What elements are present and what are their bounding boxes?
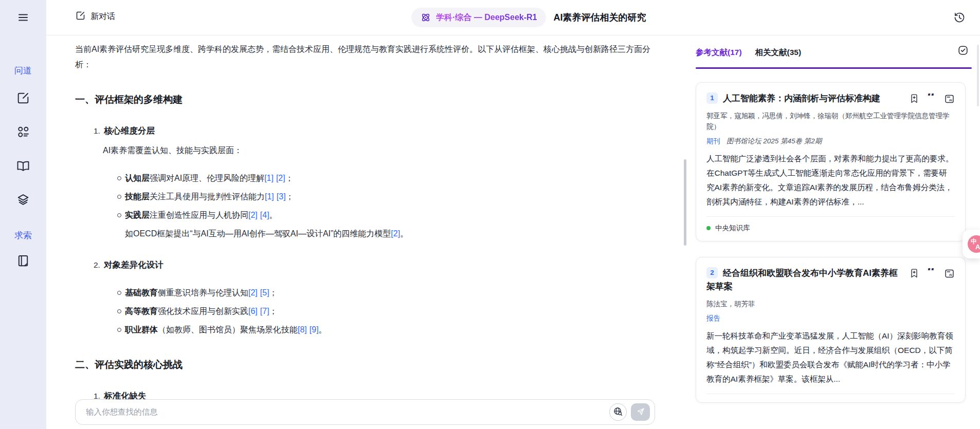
search-input[interactable] <box>85 407 609 417</box>
source-status-dot <box>706 226 711 230</box>
journal-icon-button[interactable] <box>15 254 31 269</box>
bullet-list: 认知层强调对AI原理、伦理风险的理解[1][2]；技能层关注工具使用与批判性评估… <box>117 171 657 223</box>
compose-icon <box>75 10 86 23</box>
model-badge[interactable]: 学科·综合 — DeepSeek-R1 <box>411 8 546 27</box>
card-actions: “ AI <box>909 268 955 279</box>
chat-main: 当前AI素养评估研究呈现多维度、跨学科的发展态势，需结合技术应用、伦理规范与教育… <box>46 35 687 429</box>
citation-link[interactable]: [6] <box>248 307 258 315</box>
card-actions: “ AI <box>909 94 955 105</box>
card-title[interactable]: 经合组织和欧盟联合发布中小学教育AI素养框架草案 <box>706 268 898 291</box>
panel-scrollbar[interactable] <box>977 45 979 106</box>
quote-glyph: “ <box>927 268 936 276</box>
bullet-list: 基础教育侧重意识培养与伦理认知[2][5]；高等教育强化技术应用与创新实践[6]… <box>117 285 657 338</box>
tab-related[interactable]: 相关文献(35) <box>755 47 802 58</box>
bullet-item: 基础教育侧重意识培养与伦理认知[2][5]； <box>117 285 657 301</box>
card-divider <box>706 216 955 217</box>
card-venue: 图书馆论坛 2025 第45卷 第2期 <box>727 137 822 146</box>
translate-icon[interactable]: 中 A <box>968 235 980 253</box>
tab-references[interactable]: 参考文献(17) <box>696 47 742 58</box>
citation-link[interactable]: [2] <box>248 211 258 219</box>
new-chat-button[interactable]: 新对话 <box>75 10 115 23</box>
citation-link[interactable]: [4] <box>260 211 269 219</box>
bold-term: 实践层 <box>125 211 150 219</box>
translate-widget[interactable]: 中 A <box>963 230 980 258</box>
card-number: 1 <box>706 92 718 104</box>
sidebar-item-wendao[interactable]: 问道 <box>14 65 32 77</box>
bullet-item: 认知层强调对AI原理、伦理风险的理解[1][2]； <box>117 171 657 186</box>
citation-link[interactable]: [3] <box>277 192 286 201</box>
library-icon-button[interactable] <box>15 159 31 174</box>
card-title[interactable]: 人工智能素养：内涵剖析与评估标准构建 <box>723 94 880 103</box>
bold-term: 基础教育 <box>125 288 158 297</box>
section-heading: 一、评估框架的多维构建 <box>75 92 657 107</box>
item-title: 核心维度分层 <box>104 126 155 135</box>
bookmark-add-icon[interactable] <box>909 94 919 105</box>
bold-term: 职业群体 <box>125 325 158 334</box>
journal-icon <box>16 254 30 270</box>
reference-card[interactable]: “ AI 2经合组织和欧盟联合发布中小学教育AI素养框架草案 陈法宝，胡芳菲 报… <box>696 257 966 403</box>
card-authors: 郭亚军，寇旭颖，冯思倩，刘坤锋，徐瑞朝（郑州航空工业管理学院信息管理学院） <box>706 110 955 132</box>
globe-search-icon <box>613 406 623 418</box>
grid-apps-icon <box>16 125 30 141</box>
layers-icon <box>16 193 30 209</box>
bookmark-add-icon[interactable] <box>909 268 919 279</box>
quote-icon[interactable]: “ <box>927 268 936 279</box>
citation-link[interactable]: [5] <box>260 288 269 297</box>
item-number: 2. <box>94 260 100 269</box>
active-tab-indicator <box>696 67 972 69</box>
item-number: 1. <box>94 126 100 135</box>
bold-term: 高等教育 <box>125 307 158 315</box>
new-chat-icon-button[interactable] <box>15 91 31 106</box>
open-book-icon <box>16 159 30 175</box>
translate-en-glyph: A <box>975 243 980 251</box>
card-divider <box>706 394 955 394</box>
conversation-title: AI素养评估相关的研究 <box>554 11 646 24</box>
citation-link[interactable]: [9] <box>310 325 319 334</box>
quote-glyph: “ <box>927 94 936 102</box>
ai-summary-icon[interactable]: AI <box>944 268 955 279</box>
compose-icon <box>16 91 30 107</box>
card-source: 中央知识库 <box>706 223 955 233</box>
item-lead: AI素养需覆盖认知、技能与实践层面： <box>103 143 657 158</box>
card-type-tag[interactable]: 报告 <box>706 314 720 323</box>
citation-link[interactable]: [8] <box>298 325 307 334</box>
web-search-toggle-button[interactable] <box>609 403 627 421</box>
menu-toggle-button[interactable] <box>15 10 31 26</box>
reference-card[interactable]: “ AI 1人工智能素养：内涵剖析与评估标准构建 郭亚军，寇旭颖，冯思倩，刘坤锋… <box>696 82 966 241</box>
layers-icon-button[interactable] <box>15 193 31 208</box>
citation-link[interactable]: [1] <box>265 192 274 201</box>
bold-term: 认知层 <box>125 174 150 182</box>
card-number: 2 <box>706 267 718 278</box>
bold-term: 技能层 <box>125 192 150 201</box>
card-type-tag[interactable]: 期刊 <box>706 137 720 146</box>
history-button[interactable] <box>953 11 966 25</box>
sidebar-item-qiusuo[interactable]: 求索 <box>14 230 32 241</box>
source-label: 中央知识库 <box>715 223 750 233</box>
card-authors: 陈法宝，胡芳菲 <box>706 299 955 309</box>
citation-link[interactable]: [2] <box>276 174 285 182</box>
citation-link[interactable]: [7] <box>260 307 269 315</box>
svg-text:AI: AI <box>949 272 952 276</box>
citation-link[interactable]: [1] <box>264 174 274 182</box>
bullet-item: 高等教育强化技术应用与创新实践[6][7]； <box>117 304 657 319</box>
paper-plane-icon <box>636 407 645 418</box>
history-clock-icon <box>953 17 966 25</box>
numbered-item: 1.核心维度分层AI素养需覆盖认知、技能与实践层面：认知层强调对AI原理、伦理风… <box>75 123 657 241</box>
send-button[interactable] <box>631 403 650 421</box>
apps-icon-button[interactable] <box>15 125 31 140</box>
citation-link[interactable]: [2] <box>248 288 258 297</box>
answer-body: 当前AI素养评估研究呈现多维度、跨学科的发展态势，需结合技术应用、伦理规范与教育… <box>46 35 687 421</box>
main-scrollbar[interactable] <box>684 159 686 246</box>
card-abstract: 人工智能广泛渗透到社会各个层面，对素养和能力提出了更高的要求。在ChatGPT等… <box>706 152 955 209</box>
bullet-item: 技能层关注工具使用与批判性评估能力[1][3]； <box>117 189 657 204</box>
quote-icon[interactable]: “ <box>927 94 936 105</box>
answer-intro: 当前AI素养评估研究呈现多维度、跨学科的发展态势，需结合技术应用、伦理规范与教育… <box>75 42 657 72</box>
ai-summary-icon[interactable]: AI <box>944 94 955 105</box>
reference-panel: 参考文献(17) 相关文献(35) “ AI 1人工智能素养：内涵剖析与评估标准… <box>687 35 980 429</box>
check-square-icon <box>957 50 969 58</box>
multi-select-button[interactable] <box>957 45 969 58</box>
composer <box>75 399 655 425</box>
bullet-item: 实践层注重创造性应用与人机协同[2][4]。 <box>117 208 657 223</box>
model-atom-icon <box>420 12 431 23</box>
citation-link[interactable]: [2] <box>391 229 400 238</box>
